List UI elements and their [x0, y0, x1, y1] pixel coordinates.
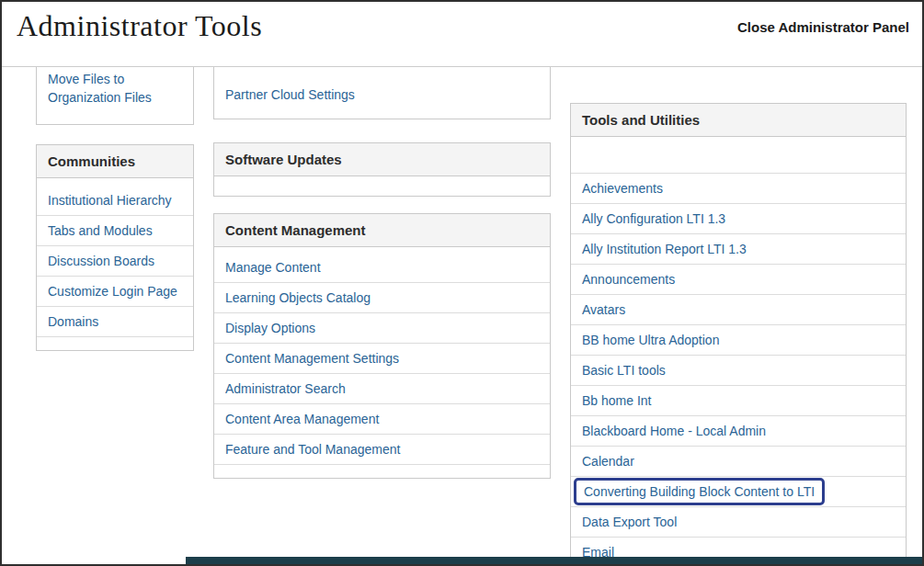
panel-link[interactable]: Move Files to Organization Files: [48, 72, 152, 105]
tools-and-utilities-link-list: AchievementsAlly Configuration LTI 1.3Al…: [571, 174, 906, 566]
list-item: Blackboard Home - Local Admin: [571, 416, 906, 447]
panel-link[interactable]: Partner Cloud Settings: [225, 87, 355, 102]
list-item: Administrator Search: [214, 374, 550, 404]
panel-link[interactable]: Administrator Search: [225, 381, 346, 396]
panel-link[interactable]: Learning Objects Catalog: [225, 290, 371, 305]
panel-link[interactable]: Display Options: [225, 321, 315, 335]
list-item: Customize Login Page: [37, 277, 193, 307]
list-item: Avatars: [571, 295, 906, 325]
close-administrator-panel-button[interactable]: Close Administrator Panel: [737, 19, 909, 35]
list-item: Converting Building Block Content to LTI: [571, 477, 906, 507]
list-item: Discussion Boards: [37, 246, 193, 277]
list-item: Tabs and Modules: [37, 216, 193, 246]
list-item: BB home Ultra Adoption: [571, 325, 906, 356]
panel-link[interactable]: Discussion Boards: [48, 254, 154, 268]
panel-link[interactable]: Institutional Hierarchy: [48, 193, 172, 208]
panel-link[interactable]: Feature and Tool Management: [225, 442, 400, 457]
panel-software-updates: Software Updates: [213, 142, 551, 197]
list-item: Institutional Hierarchy: [37, 186, 193, 216]
list-item: Content Area Management: [214, 404, 550, 435]
list-item: Data Export Tool: [571, 507, 906, 538]
panel-link[interactable]: Content Area Management: [225, 412, 379, 426]
content-management-link-list: Manage ContentLearning Objects CatalogDi…: [214, 247, 550, 478]
empty-list-row: [571, 137, 906, 174]
panel-link[interactable]: Ally Institution Report LTI 1.3: [582, 242, 747, 256]
move-files-link-list: Move Files to Organization Files: [37, 66, 193, 112]
panel-link[interactable]: Data Export Tool: [582, 515, 677, 529]
list-item: Basic LTI tools: [571, 356, 906, 386]
panel-link[interactable]: Domains: [48, 314, 98, 329]
panel-communities: Communities Institutional HierarchyTabs …: [36, 144, 194, 351]
panel-link[interactable]: Ally Configuration LTI 1.3: [582, 211, 725, 226]
partner-cloud-link-list: Partner Cloud Settings: [214, 66, 550, 112]
administrator-tools-panel: Administrator Tools Close Administrator …: [0, 0, 924, 566]
list-item: Domains: [37, 307, 193, 337]
list-item: Display Options: [214, 313, 550, 344]
list-item: Achievements: [571, 174, 906, 204]
list-item: Calendar: [571, 447, 906, 477]
bottom-frame-bar: [186, 557, 922, 564]
list-item: Announcements: [571, 265, 906, 295]
panel-link[interactable]: Avatars: [582, 302, 625, 317]
panel-partner-cloud: Partner Cloud Settings: [213, 66, 551, 119]
software-updates-empty-body: [214, 176, 550, 196]
panel-link[interactable]: Calendar: [582, 454, 634, 469]
panel-link[interactable]: Customize Login Page: [48, 284, 177, 299]
panel-link[interactable]: Announcements: [582, 272, 675, 287]
panel-link[interactable]: Achievements: [582, 181, 663, 196]
list-item: Manage Content: [214, 253, 550, 283]
panel-link[interactable]: Basic LTI tools: [582, 363, 666, 378]
list-item: Bb home Int: [571, 386, 906, 416]
list-item: Feature and Tool Management: [214, 435, 550, 465]
panel-link[interactable]: BB home Ultra Adoption: [582, 333, 719, 347]
panel-content-management-title: Content Management: [214, 214, 550, 247]
page-title: Administrator Tools: [17, 9, 262, 43]
panel-top-bar: Administrator Tools Close Administrator …: [2, 2, 922, 67]
panel-link[interactable]: Blackboard Home - Local Admin: [582, 424, 766, 438]
list-item: Content Management Settings: [214, 344, 550, 374]
panel-tools-and-utilities: Tools and Utilities AchievementsAlly Con…: [570, 103, 907, 566]
list-item: Learning Objects Catalog: [214, 283, 550, 313]
panel-link[interactable]: Manage Content: [225, 260, 321, 275]
communities-link-list: Institutional HierarchyTabs and ModulesD…: [37, 178, 193, 350]
list-item: Ally Configuration LTI 1.3: [571, 204, 906, 234]
panel-software-updates-title: Software Updates: [214, 143, 550, 176]
panel-tools-and-utilities-title: Tools and Utilities: [571, 104, 906, 137]
panel-link[interactable]: Bb home Int: [582, 393, 652, 408]
highlighted-panel-link[interactable]: Converting Building Block Content to LTI: [574, 478, 825, 505]
panel-link[interactable]: Tabs and Modules: [48, 223, 153, 238]
list-item: Partner Cloud Settings: [214, 86, 550, 112]
panel-link[interactable]: Content Management Settings: [225, 351, 399, 366]
list-item: Ally Institution Report LTI 1.3: [571, 234, 906, 265]
list-item: Move Files to Organization Files: [37, 68, 193, 112]
panel-communities-title: Communities: [37, 145, 193, 178]
panel-move-files: Move Files to Organization Files: [36, 66, 194, 125]
panel-content-management: Content Management Manage ContentLearnin…: [213, 213, 551, 479]
